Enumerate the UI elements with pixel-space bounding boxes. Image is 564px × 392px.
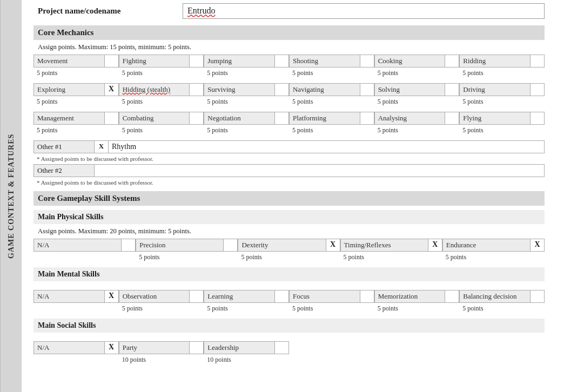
skill-checkbox[interactable] xyxy=(122,239,136,251)
skill-label: Endurance xyxy=(442,239,531,251)
skill-points: 5 points xyxy=(119,67,204,79)
skill-checkbox[interactable] xyxy=(190,342,204,354)
other1-input[interactable]: Rhythm xyxy=(109,141,544,153)
skill-label: Ridding xyxy=(459,55,531,67)
skill-checkbox[interactable] xyxy=(190,112,204,124)
skill-cell: Cooking xyxy=(374,55,460,67)
skill-cell: DexterityX xyxy=(238,239,340,252)
skill-points: 5 points xyxy=(204,303,289,314)
skill-checkbox[interactable] xyxy=(445,290,459,302)
skill-label: Leadership xyxy=(204,342,275,354)
other1-checkbox[interactable]: X xyxy=(95,141,109,153)
skill-checkbox[interactable] xyxy=(275,342,289,354)
skill-points: 5 points xyxy=(374,303,460,314)
skill-cell: Jumping xyxy=(204,55,289,67)
skill-checkbox[interactable] xyxy=(224,239,238,251)
skill-checkbox[interactable]: X xyxy=(105,290,119,302)
skill-cell: EnduranceX xyxy=(442,239,545,252)
skill-cell: Platforming xyxy=(289,112,374,125)
skill-label: Dexterity xyxy=(238,239,326,251)
skill-label: Cooking xyxy=(374,55,446,67)
skill-checkbox[interactable] xyxy=(360,84,374,96)
skill-points: 5 points xyxy=(374,125,460,136)
skill-points xyxy=(33,252,136,263)
skill-cell: Observation xyxy=(119,290,204,303)
physical-header: Main Physical Skills xyxy=(33,210,545,224)
skill-label: Shooting xyxy=(289,55,360,67)
other2-label: Other #2 xyxy=(34,165,95,177)
skill-cell: Leadership xyxy=(204,341,289,354)
core-mechanics-header: Core Mechanics xyxy=(33,25,545,40)
skill-label: Precision xyxy=(136,239,224,251)
skill-points: 5 points xyxy=(33,67,119,79)
skill-checkbox[interactable] xyxy=(360,290,374,302)
skill-cell: Party xyxy=(119,341,204,354)
skill-cell: Negotiation xyxy=(204,112,289,125)
skill-cell: Learning xyxy=(204,290,289,303)
skill-label: Combating xyxy=(119,112,190,124)
skill-checkbox[interactable] xyxy=(360,112,374,124)
skill-checkbox[interactable] xyxy=(360,55,374,67)
skill-label: Platforming xyxy=(289,112,360,124)
skill-points xyxy=(33,303,119,314)
skill-points: 5 points xyxy=(238,252,340,263)
skill-checkbox[interactable] xyxy=(105,112,119,124)
skill-label: N/A xyxy=(33,290,105,302)
other1-row: Other #1 X Rhythm xyxy=(33,140,545,153)
skill-checkbox[interactable] xyxy=(275,112,289,124)
skill-checkbox[interactable]: X xyxy=(326,239,340,251)
skill-checkbox[interactable] xyxy=(445,112,459,124)
skill-checkbox[interactable] xyxy=(531,290,545,302)
other2-input[interactable] xyxy=(95,165,544,177)
skill-label: Management xyxy=(33,112,105,124)
skill-label: Flying xyxy=(459,112,531,124)
skill-label: Balancing decision xyxy=(459,290,531,302)
skill-checkbox[interactable] xyxy=(275,84,289,96)
skill-cell: Analysing xyxy=(374,112,460,125)
physical-instruction: Assign points. Maximum: 20 points, minim… xyxy=(33,224,545,239)
project-name-input[interactable]: Entrudo xyxy=(183,3,545,19)
skill-checkbox[interactable] xyxy=(445,55,459,67)
skill-checkbox[interactable] xyxy=(105,55,119,67)
skill-checkbox[interactable]: X xyxy=(105,84,119,96)
skill-label: Observation xyxy=(119,290,190,302)
skill-points: 5 points xyxy=(289,125,374,136)
skill-cell: Memorization xyxy=(374,290,460,303)
other1-label: Other #1 xyxy=(34,141,95,153)
skill-label: Movement xyxy=(33,55,105,67)
skill-cell: Timing/ReflexesX xyxy=(340,239,442,252)
skill-checkbox[interactable] xyxy=(531,84,545,96)
skill-label: Navigating xyxy=(289,84,360,96)
skill-label: Analysing xyxy=(374,112,446,124)
skill-cell: Shooting xyxy=(289,55,374,67)
skill-checkbox[interactable] xyxy=(190,55,204,67)
skill-cell: Ridding xyxy=(459,55,545,67)
other2-row: Other #2 xyxy=(33,164,545,177)
social-header: Main Social Skills xyxy=(33,319,545,333)
skill-points xyxy=(33,354,119,366)
skill-checkbox[interactable]: X xyxy=(531,239,545,251)
skill-label: Surviving xyxy=(204,84,275,96)
skill-checkbox[interactable]: X xyxy=(428,239,442,251)
skill-checkbox[interactable] xyxy=(531,55,545,67)
skill-checkbox[interactable]: X xyxy=(105,342,119,354)
skill-label: Memorization xyxy=(374,290,446,302)
skill-points: 5 points xyxy=(204,125,289,136)
skill-checkbox[interactable] xyxy=(275,290,289,302)
skill-checkbox[interactable] xyxy=(190,84,204,96)
skill-points: 5 points xyxy=(119,125,204,136)
skill-points: 5 points xyxy=(340,252,442,263)
skill-checkbox[interactable] xyxy=(190,290,204,302)
project-name-label: Project name/codename xyxy=(33,3,183,19)
skill-label: Learning xyxy=(204,290,275,302)
skill-checkbox[interactable] xyxy=(445,84,459,96)
skill-checkbox[interactable] xyxy=(531,112,545,124)
skill-cell: Solving xyxy=(374,83,460,96)
skill-points: 5 points xyxy=(374,67,460,79)
skill-label: N/A xyxy=(33,342,105,354)
skill-label: N/A xyxy=(33,239,122,251)
skill-checkbox[interactable] xyxy=(275,55,289,67)
skill-points: 5 points xyxy=(33,125,119,136)
skill-systems-header: Core Gameplay Skill Systems xyxy=(33,191,545,206)
skill-cell: Management xyxy=(33,112,119,125)
